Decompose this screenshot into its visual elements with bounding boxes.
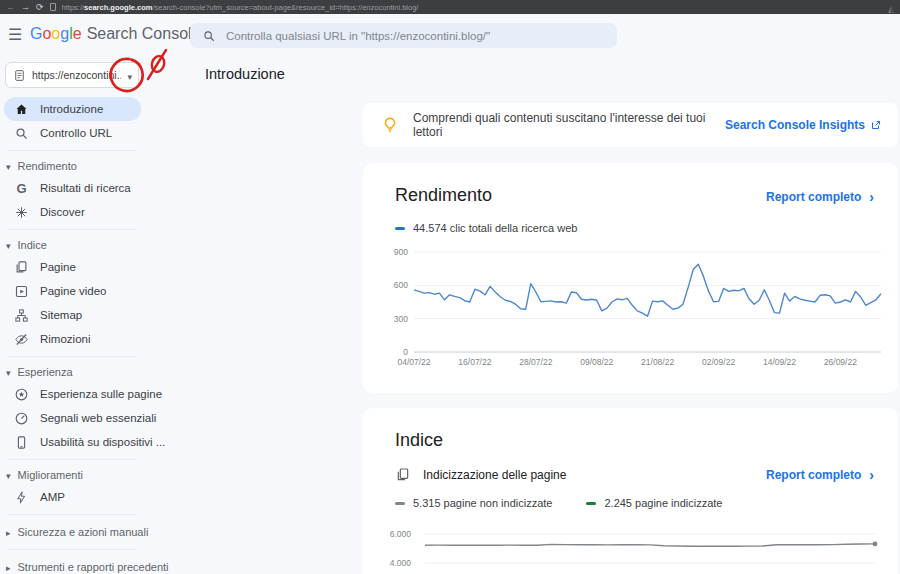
sidebar-item-label: Pagine: [40, 261, 76, 273]
url-scheme: https://: [62, 3, 85, 12]
section-label: Esperienza: [18, 366, 73, 378]
performance-card: Rendimento Report completo 44.574 clic t…: [363, 163, 898, 393]
home-icon: [14, 102, 29, 117]
chevron-down-icon: [6, 160, 11, 172]
index-row-label: Indicizzazione delle pagine: [423, 468, 754, 482]
index-chart: 6.0004.000: [383, 521, 888, 574]
sidebar-section-miglioramenti[interactable]: Miglioramenti: [0, 465, 150, 485]
sitemap-icon: [14, 308, 29, 323]
hamburger-menu-icon[interactable]: [8, 25, 22, 44]
chevron-down-icon: [127, 66, 132, 84]
screen: https://search.google.com/search-console…: [0, 0, 900, 574]
sidebar-item-risultati-di-ricerca[interactable]: G Risultati di ricerca: [0, 176, 150, 200]
legend-label: 5.315 pagine non indicizzate: [413, 497, 552, 509]
search-icon: [14, 126, 29, 141]
sidebar-item-usabilita-dispositivi[interactable]: Usabilità su dispositivi ...: [0, 430, 150, 454]
mobile-phone-icon: [14, 435, 29, 450]
lightbulb-icon: [381, 116, 399, 134]
svg-text:21/08/22: 21/08/22: [641, 357, 674, 367]
sidebar-section-indice[interactable]: Indice: [0, 235, 150, 255]
sidebar-item-label: Sitemap: [40, 309, 82, 321]
sidebar-item-segnali-web-essenziali[interactable]: Segnali web essenziali: [0, 406, 150, 430]
property-label: https://enzocontini....: [32, 69, 121, 81]
browser-forward-icon[interactable]: [21, 0, 30, 14]
divider: [8, 514, 136, 515]
chevron-right-icon: [869, 189, 874, 205]
search-input[interactable]: [226, 30, 605, 42]
sidebar-item-label: Rimozioni: [40, 333, 91, 345]
annotation-empty-set-icon: [150, 55, 166, 74]
sidebar-item-label: Usabilità su dispositivi ...: [40, 436, 165, 448]
page-security-icon: [50, 3, 56, 11]
browser-url-bar[interactable]: https://search.google.com/search-console…: [62, 3, 882, 12]
performance-card-title: Rendimento: [395, 185, 492, 206]
sidebar-item-rimozioni[interactable]: Rimozioni: [0, 327, 150, 351]
browser-reload-icon[interactable]: [36, 0, 44, 14]
divider: [8, 150, 136, 151]
sidebar-item-label: AMP: [40, 491, 65, 503]
svg-text:28/07/22: 28/07/22: [519, 357, 552, 367]
svg-text:0: 0: [403, 347, 408, 357]
index-legend: 5.315 pagine non indicizzate 2.245 pagin…: [395, 497, 874, 509]
browser-chrome: https://search.google.com/search-console…: [0, 0, 900, 14]
sidebar-section-sicurezza[interactable]: Sicurezza e azioni manuali: [0, 520, 150, 544]
svg-text:14/09/22: 14/09/22: [763, 357, 796, 367]
sidebar-item-pagine-video[interactable]: Pagine video: [0, 279, 150, 303]
sidebar-item-discover[interactable]: Discover: [0, 200, 150, 224]
search-icon: [202, 29, 216, 43]
banner-link-label: Search Console Insights: [725, 118, 865, 132]
sidebar-item-esperienza-sulle-pagine[interactable]: Esperienza sulle pagine: [0, 382, 150, 406]
sidebar-item-label: Esperienza sulle pagine: [40, 388, 162, 400]
url-path: /search-console?utm_source=about-page&re…: [152, 3, 418, 12]
page-experience-icon: [14, 387, 29, 402]
svg-text:26/09/22: 26/09/22: [824, 357, 857, 367]
sidebar-item-introduzione[interactable]: Introduzione: [4, 97, 141, 121]
url-host: search.google.com: [84, 3, 152, 12]
sidebar-item-label: Pagine video: [40, 285, 107, 297]
legend-label: 44.574 clic totali della ricerca web: [413, 222, 577, 234]
sidebar-item-label: Segnali web essenziali: [40, 412, 156, 424]
svg-text:300: 300: [394, 314, 408, 324]
legend-dash-green: [586, 502, 596, 505]
index-card-title: Indice: [395, 430, 443, 451]
svg-text:6.000: 6.000: [390, 529, 412, 539]
google-g-icon: G: [14, 181, 29, 196]
performance-report-link[interactable]: Report completo: [766, 189, 874, 205]
chevron-right-icon: [6, 526, 11, 538]
sidebar-item-pagine[interactable]: Pagine: [0, 255, 150, 279]
svg-text:4.000: 4.000: [390, 558, 412, 568]
sidebar-section-esperienza[interactable]: Esperienza: [0, 362, 150, 382]
sidebar-item-label: Risultati di ricerca: [40, 182, 131, 194]
sidebar-item-amp[interactable]: AMP: [0, 485, 150, 509]
app-logo[interactable]: GoogleSearch Console: [30, 25, 200, 43]
external-link-icon: [870, 119, 882, 131]
sidebar-item-sitemap[interactable]: Sitemap: [0, 303, 150, 327]
logo-suffix: Search Console: [87, 25, 201, 42]
svg-text:600: 600: [394, 280, 408, 290]
report-link-label: Report completo: [766, 190, 861, 204]
search-console-insights-link[interactable]: Search Console Insights: [725, 118, 882, 132]
report-link-label: Report completo: [766, 468, 861, 482]
performance-legend: 44.574 clic totali della ricerca web: [395, 222, 874, 234]
pages-icon: [14, 260, 29, 275]
property-selector[interactable]: https://enzocontini....: [5, 62, 139, 88]
svg-text:02/09/22: 02/09/22: [702, 357, 735, 367]
app-header: GoogleSearch Console: [0, 14, 900, 56]
sidebar-section-rendimento[interactable]: Rendimento: [0, 156, 150, 176]
sidebar-item-controllo-url[interactable]: Controllo URL: [0, 121, 150, 145]
svg-text:04/07/22: 04/07/22: [397, 357, 430, 367]
divider: [8, 356, 136, 357]
url-inspection-search[interactable]: [190, 23, 617, 48]
speedometer-icon: [14, 411, 29, 426]
section-label: Strumenti e rapporti precedenti: [18, 561, 169, 573]
chevron-down-icon: [6, 366, 11, 378]
sidebar-section-strumenti[interactable]: Strumenti e rapporti precedenti: [0, 555, 150, 574]
page-title: Introduzione: [205, 66, 285, 82]
browser-back-icon[interactable]: [6, 0, 15, 14]
section-label: Sicurezza e azioni manuali: [18, 526, 149, 538]
sidebar: Introduzione Controllo URL Rendimento G …: [0, 97, 150, 574]
divider: [8, 549, 136, 550]
index-report-link[interactable]: Report completo: [766, 467, 874, 483]
lightning-bolt-icon: [14, 490, 29, 505]
svg-text:09/08/22: 09/08/22: [580, 357, 613, 367]
